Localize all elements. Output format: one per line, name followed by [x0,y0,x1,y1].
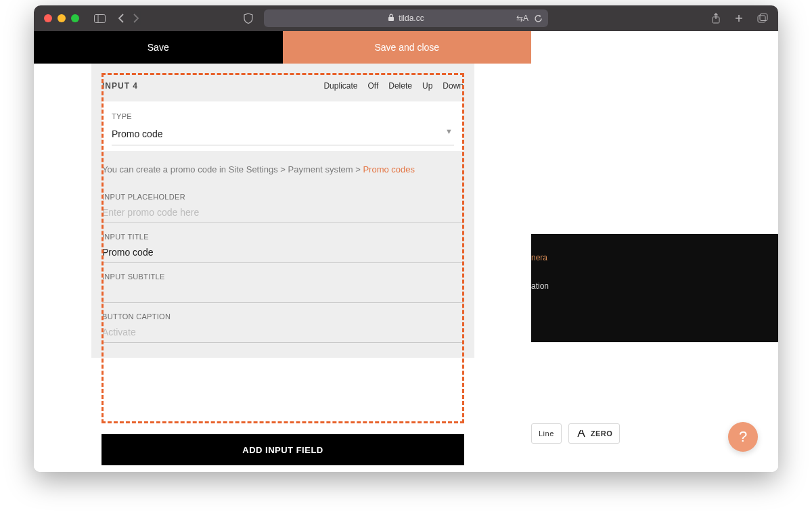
back-icon[interactable] [118,14,124,23]
title-label: INPUT TITLE [102,233,464,241]
browser-titlebar: tilda.cc ⇆A [34,5,778,31]
save-and-close-button[interactable]: Save and close [283,31,532,64]
type-label: TYPE [112,112,454,120]
info-text: You can create a promo code in Site Sett… [91,163,474,183]
zero-icon [576,429,587,438]
type-value: Promo code [112,128,162,139]
down-action[interactable]: Down [443,81,464,91]
svg-rect-0 [95,14,106,22]
info-prefix: You can create a promo code in Site Sett… [102,164,363,174]
title-group: INPUT TITLE [91,223,474,263]
forward-icon[interactable] [133,14,139,23]
svg-rect-2 [388,17,394,21]
reload-icon[interactable] [534,14,543,23]
block-title: INPUT 4 [102,81,138,91]
page-content: Save Save and close INPUT 4 Duplicate Of… [34,31,778,472]
tabs-overview-icon[interactable] [757,13,768,24]
block-library-chips: Line ZERO [531,423,620,444]
input-block-card: INPUT 4 Duplicate Off Delete Up Down TYP… [91,64,474,358]
new-tab-icon[interactable] [734,13,744,24]
up-action[interactable]: Up [422,81,432,91]
preview-panel: nera ation [531,31,778,472]
delete-action[interactable]: Delete [388,81,412,91]
block-header: INPUT 4 Duplicate Off Delete Up Down [91,64,474,101]
editor-panel: INPUT 4 Duplicate Off Delete Up Down TYP… [34,31,531,472]
lock-icon [388,14,394,24]
placeholder-input[interactable] [102,204,464,223]
add-input-field-button[interactable]: ADD INPUT FIELD [102,434,464,465]
close-window-icon[interactable] [44,14,52,22]
type-card: TYPE Promo code ▼ [102,101,464,151]
chip-line-label: Line [539,429,554,438]
off-action[interactable]: Off [367,81,378,91]
duplicate-action[interactable]: Duplicate [323,81,357,91]
promo-codes-link[interactable]: Promo codes [363,164,415,174]
chip-line[interactable]: Line [531,423,562,444]
block-actions: Duplicate Off Delete Up Down [323,81,464,91]
chip-zero[interactable]: ZERO [568,423,621,444]
help-button[interactable]: ? [728,422,758,452]
window-controls [44,14,79,22]
minimize-window-icon[interactable] [58,14,66,22]
translate-icon[interactable]: ⇆A [516,14,528,23]
share-icon[interactable] [711,13,721,24]
preview-dark-band: nera ation [531,234,778,342]
caption-group: BUTTON CAPTION [91,303,474,343]
type-select[interactable]: Promo code ▼ [112,124,454,145]
preview-text-a: nera [531,253,778,262]
placeholder-label: INPUT PLACEHOLDER [102,193,464,201]
chevron-down-icon: ▼ [445,127,453,135]
caption-label: BUTTON CAPTION [102,312,464,321]
top-action-bar: Save Save and close [34,31,531,64]
chip-zero-label: ZERO [591,429,613,438]
preview-text-b: ation [531,281,778,291]
title-input[interactable] [102,243,464,263]
svg-rect-5 [760,14,767,21]
subtitle-input[interactable] [102,283,464,303]
maximize-window-icon[interactable] [71,14,79,22]
caption-input[interactable] [102,323,464,343]
placeholder-group: INPUT PLACEHOLDER [91,183,474,223]
save-button[interactable]: Save [34,31,283,64]
url-bar[interactable]: tilda.cc ⇆A [264,9,548,27]
shield-icon[interactable] [244,13,253,24]
browser-window: tilda.cc ⇆A Save Save and close [34,5,778,472]
subtitle-group: INPUT SUBTITLE [91,263,474,303]
sidebar-toggle-icon[interactable] [94,14,106,23]
subtitle-label: INPUT SUBTITLE [102,273,464,281]
url-text: tilda.cc [399,14,424,23]
svg-rect-4 [758,16,765,22]
